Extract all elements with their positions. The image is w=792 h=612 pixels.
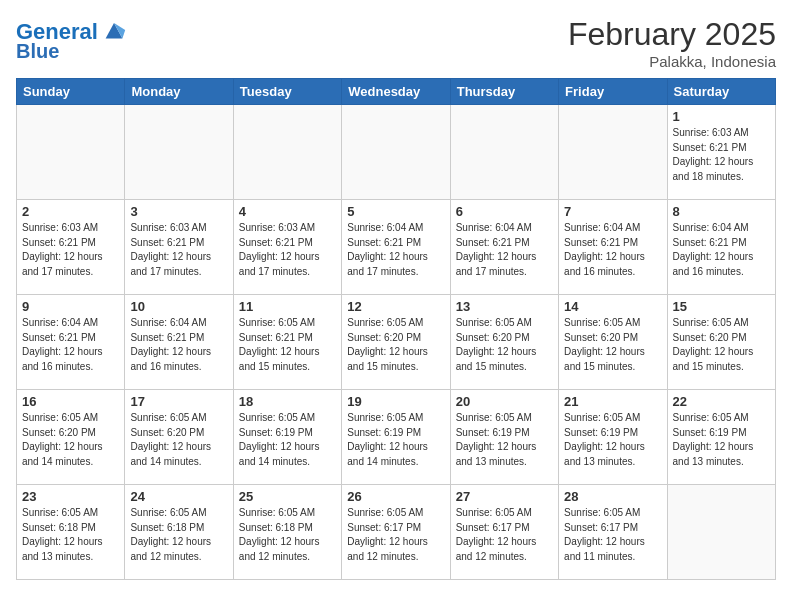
day-number: 9 <box>22 299 119 314</box>
day-info: Sunrise: 6:03 AM Sunset: 6:21 PM Dayligh… <box>130 221 227 279</box>
day-info: Sunrise: 6:05 AM Sunset: 6:18 PM Dayligh… <box>239 506 336 564</box>
day-number: 26 <box>347 489 444 504</box>
weekday-row: SundayMondayTuesdayWednesdayThursdayFrid… <box>17 79 776 105</box>
day-number: 20 <box>456 394 553 409</box>
day-number: 17 <box>130 394 227 409</box>
day-number: 11 <box>239 299 336 314</box>
day-number: 7 <box>564 204 661 219</box>
weekday-header: Sunday <box>17 79 125 105</box>
day-info: Sunrise: 6:05 AM Sunset: 6:20 PM Dayligh… <box>673 316 770 374</box>
day-number: 6 <box>456 204 553 219</box>
calendar-cell: 3Sunrise: 6:03 AM Sunset: 6:21 PM Daylig… <box>125 200 233 295</box>
calendar-cell: 22Sunrise: 6:05 AM Sunset: 6:19 PM Dayli… <box>667 390 775 485</box>
calendar-cell: 2Sunrise: 6:03 AM Sunset: 6:21 PM Daylig… <box>17 200 125 295</box>
day-info: Sunrise: 6:03 AM Sunset: 6:21 PM Dayligh… <box>673 126 770 184</box>
day-info: Sunrise: 6:04 AM Sunset: 6:21 PM Dayligh… <box>456 221 553 279</box>
calendar-cell: 10Sunrise: 6:04 AM Sunset: 6:21 PM Dayli… <box>125 295 233 390</box>
calendar-cell: 24Sunrise: 6:05 AM Sunset: 6:18 PM Dayli… <box>125 485 233 580</box>
day-number: 13 <box>456 299 553 314</box>
calendar-cell: 21Sunrise: 6:05 AM Sunset: 6:19 PM Dayli… <box>559 390 667 485</box>
weekday-header: Friday <box>559 79 667 105</box>
calendar-week: 23Sunrise: 6:05 AM Sunset: 6:18 PM Dayli… <box>17 485 776 580</box>
day-number: 28 <box>564 489 661 504</box>
calendar-table: SundayMondayTuesdayWednesdayThursdayFrid… <box>16 78 776 580</box>
day-info: Sunrise: 6:05 AM Sunset: 6:17 PM Dayligh… <box>564 506 661 564</box>
day-number: 21 <box>564 394 661 409</box>
day-info: Sunrise: 6:05 AM Sunset: 6:20 PM Dayligh… <box>564 316 661 374</box>
calendar-cell: 15Sunrise: 6:05 AM Sunset: 6:20 PM Dayli… <box>667 295 775 390</box>
day-info: Sunrise: 6:05 AM Sunset: 6:19 PM Dayligh… <box>456 411 553 469</box>
day-number: 15 <box>673 299 770 314</box>
calendar-cell <box>559 105 667 200</box>
calendar-cell: 14Sunrise: 6:05 AM Sunset: 6:20 PM Dayli… <box>559 295 667 390</box>
day-info: Sunrise: 6:05 AM Sunset: 6:20 PM Dayligh… <box>22 411 119 469</box>
month-title: February 2025 <box>568 16 776 53</box>
day-number: 18 <box>239 394 336 409</box>
weekday-header: Wednesday <box>342 79 450 105</box>
day-info: Sunrise: 6:03 AM Sunset: 6:21 PM Dayligh… <box>239 221 336 279</box>
calendar-cell <box>667 485 775 580</box>
calendar-cell: 1Sunrise: 6:03 AM Sunset: 6:21 PM Daylig… <box>667 105 775 200</box>
day-info: Sunrise: 6:05 AM Sunset: 6:17 PM Dayligh… <box>347 506 444 564</box>
day-info: Sunrise: 6:05 AM Sunset: 6:18 PM Dayligh… <box>130 506 227 564</box>
calendar-week: 1Sunrise: 6:03 AM Sunset: 6:21 PM Daylig… <box>17 105 776 200</box>
weekday-header: Tuesday <box>233 79 341 105</box>
day-info: Sunrise: 6:05 AM Sunset: 6:20 PM Dayligh… <box>456 316 553 374</box>
calendar-cell: 8Sunrise: 6:04 AM Sunset: 6:21 PM Daylig… <box>667 200 775 295</box>
day-info: Sunrise: 6:05 AM Sunset: 6:20 PM Dayligh… <box>347 316 444 374</box>
calendar-week: 16Sunrise: 6:05 AM Sunset: 6:20 PM Dayli… <box>17 390 776 485</box>
calendar-cell: 23Sunrise: 6:05 AM Sunset: 6:18 PM Dayli… <box>17 485 125 580</box>
day-info: Sunrise: 6:04 AM Sunset: 6:21 PM Dayligh… <box>564 221 661 279</box>
day-number: 12 <box>347 299 444 314</box>
day-info: Sunrise: 6:05 AM Sunset: 6:17 PM Dayligh… <box>456 506 553 564</box>
day-number: 22 <box>673 394 770 409</box>
calendar-cell: 16Sunrise: 6:05 AM Sunset: 6:20 PM Dayli… <box>17 390 125 485</box>
calendar-cell <box>450 105 558 200</box>
day-number: 19 <box>347 394 444 409</box>
day-number: 3 <box>130 204 227 219</box>
day-info: Sunrise: 6:04 AM Sunset: 6:21 PM Dayligh… <box>130 316 227 374</box>
calendar-cell: 27Sunrise: 6:05 AM Sunset: 6:17 PM Dayli… <box>450 485 558 580</box>
calendar-cell: 4Sunrise: 6:03 AM Sunset: 6:21 PM Daylig… <box>233 200 341 295</box>
weekday-header: Saturday <box>667 79 775 105</box>
day-number: 24 <box>130 489 227 504</box>
day-info: Sunrise: 6:05 AM Sunset: 6:19 PM Dayligh… <box>347 411 444 469</box>
day-number: 27 <box>456 489 553 504</box>
calendar-cell: 6Sunrise: 6:04 AM Sunset: 6:21 PM Daylig… <box>450 200 558 295</box>
day-info: Sunrise: 6:05 AM Sunset: 6:19 PM Dayligh… <box>673 411 770 469</box>
day-info: Sunrise: 6:03 AM Sunset: 6:21 PM Dayligh… <box>22 221 119 279</box>
weekday-header: Monday <box>125 79 233 105</box>
calendar-cell: 13Sunrise: 6:05 AM Sunset: 6:20 PM Dayli… <box>450 295 558 390</box>
day-number: 25 <box>239 489 336 504</box>
title-block: February 2025 Palakka, Indonesia <box>568 16 776 70</box>
page-header: General Blue February 2025 Palakka, Indo… <box>16 16 776 70</box>
day-info: Sunrise: 6:05 AM Sunset: 6:20 PM Dayligh… <box>130 411 227 469</box>
day-number: 4 <box>239 204 336 219</box>
day-number: 10 <box>130 299 227 314</box>
calendar-cell: 11Sunrise: 6:05 AM Sunset: 6:21 PM Dayli… <box>233 295 341 390</box>
day-number: 8 <box>673 204 770 219</box>
calendar-cell <box>17 105 125 200</box>
weekday-header: Thursday <box>450 79 558 105</box>
day-info: Sunrise: 6:04 AM Sunset: 6:21 PM Dayligh… <box>347 221 444 279</box>
calendar-cell: 26Sunrise: 6:05 AM Sunset: 6:17 PM Dayli… <box>342 485 450 580</box>
calendar-cell: 5Sunrise: 6:04 AM Sunset: 6:21 PM Daylig… <box>342 200 450 295</box>
calendar-week: 9Sunrise: 6:04 AM Sunset: 6:21 PM Daylig… <box>17 295 776 390</box>
day-number: 5 <box>347 204 444 219</box>
day-number: 23 <box>22 489 119 504</box>
calendar-cell <box>342 105 450 200</box>
calendar-cell: 25Sunrise: 6:05 AM Sunset: 6:18 PM Dayli… <box>233 485 341 580</box>
calendar-cell: 12Sunrise: 6:05 AM Sunset: 6:20 PM Dayli… <box>342 295 450 390</box>
day-number: 16 <box>22 394 119 409</box>
calendar-week: 2Sunrise: 6:03 AM Sunset: 6:21 PM Daylig… <box>17 200 776 295</box>
calendar-cell <box>125 105 233 200</box>
calendar-cell: 28Sunrise: 6:05 AM Sunset: 6:17 PM Dayli… <box>559 485 667 580</box>
location: Palakka, Indonesia <box>568 53 776 70</box>
calendar-cell: 7Sunrise: 6:04 AM Sunset: 6:21 PM Daylig… <box>559 200 667 295</box>
day-info: Sunrise: 6:05 AM Sunset: 6:21 PM Dayligh… <box>239 316 336 374</box>
day-info: Sunrise: 6:04 AM Sunset: 6:21 PM Dayligh… <box>22 316 119 374</box>
calendar-body: 1Sunrise: 6:03 AM Sunset: 6:21 PM Daylig… <box>17 105 776 580</box>
calendar-cell: 19Sunrise: 6:05 AM Sunset: 6:19 PM Dayli… <box>342 390 450 485</box>
calendar-cell: 18Sunrise: 6:05 AM Sunset: 6:19 PM Dayli… <box>233 390 341 485</box>
day-info: Sunrise: 6:05 AM Sunset: 6:18 PM Dayligh… <box>22 506 119 564</box>
